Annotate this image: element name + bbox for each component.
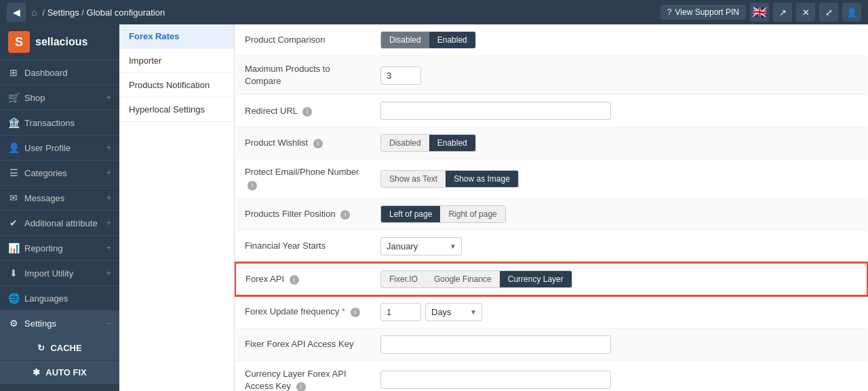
- sub-sidebar: Forex Rates Importer Products Notificati…: [119, 24, 235, 391]
- expand-button[interactable]: ⤢: [819, 3, 838, 22]
- sub-sidebar-item-importer[interactable]: Importer: [119, 49, 234, 73]
- toggle-show-text-button[interactable]: Show as Text: [381, 171, 446, 187]
- sidebar-item-settings[interactable]: ⚙ Settings −: [0, 311, 119, 336]
- toggle-enabled-button[interactable]: Enabled: [429, 135, 475, 151]
- autofix-button[interactable]: ✱ AUTO FIX: [0, 361, 119, 385]
- table-row: Redirect URL i: [235, 95, 867, 127]
- table-row: Maximum Products to Compare: [235, 56, 867, 95]
- user-button[interactable]: 👤: [842, 3, 861, 22]
- plus-icon: +: [106, 143, 111, 152]
- row-control: Disabled Enabled: [371, 127, 867, 159]
- external-link-button[interactable]: ↗: [773, 3, 792, 22]
- sidebar-item-transactions[interactable]: 🏦 Transactions: [0, 110, 119, 136]
- toggle-enabled-button[interactable]: Enabled: [429, 32, 475, 48]
- topbar: ◀ ⌂ / Settings / Global configuration ? …: [0, 0, 868, 24]
- protect-email-toggle: Show as Text Show as Image: [380, 170, 519, 188]
- documentation-label[interactable]: DOCUMENTATION: [0, 385, 119, 391]
- sidebar-item-reporting[interactable]: 📊 Reporting +: [0, 236, 119, 261]
- sidebar-item-categories[interactable]: ☰ Categories +: [0, 161, 119, 186]
- frequency-unit-select[interactable]: Days Hours Minutes: [425, 303, 482, 321]
- toggle-fixer-button[interactable]: Fixer.IO: [381, 271, 426, 287]
- cache-button[interactable]: ↻ CACHE: [0, 336, 119, 361]
- flag-button[interactable]: 🇬🇧: [750, 3, 769, 22]
- toggle-right-button[interactable]: Right of page: [440, 206, 505, 222]
- sidebar-item-additional-attribute[interactable]: ✔ Additional attribute +: [0, 211, 119, 236]
- transactions-icon: 🏦: [8, 117, 19, 128]
- close-button[interactable]: ✕: [796, 3, 815, 22]
- toggle-google-finance-button[interactable]: Google Finance: [426, 271, 500, 287]
- currency-layer-api-key-input[interactable]: [380, 371, 611, 389]
- row-label: Product Wishlist i: [235, 127, 371, 159]
- sub-sidebar-item-hyperlocal-settings[interactable]: Hyperlocal Settings: [119, 98, 234, 122]
- shop-icon: 🛒: [8, 92, 19, 103]
- row-label: Forex API i: [235, 263, 371, 295]
- sidebar-item-label: Messages: [24, 193, 64, 203]
- sub-sidebar-item-products-notification[interactable]: Products Notification: [119, 73, 234, 98]
- toggle-currency-layer-button[interactable]: Currency Layer: [500, 271, 572, 287]
- toggle-disabled-button[interactable]: Disabled: [381, 135, 429, 151]
- user-profile-icon: 👤: [8, 142, 19, 153]
- max-products-input[interactable]: [380, 66, 421, 85]
- info-icon[interactable]: i: [340, 210, 350, 220]
- sidebar-item-label: Settings: [24, 318, 56, 329]
- sidebar-item-label: Languages: [24, 293, 68, 304]
- dashboard-icon: ⊞: [8, 67, 19, 78]
- main-layout: S sellacious ⊞ Dashboard 🛒 Shop + 🏦 Tran…: [0, 24, 868, 391]
- logo-letter: S: [15, 35, 23, 49]
- main-panel: Product Comparison Disabled Enabled Ma: [235, 24, 868, 391]
- flag-icon: 🇬🇧: [752, 5, 767, 20]
- row-label: Financial Year Starts: [235, 230, 371, 263]
- categories-icon: ☰: [8, 167, 19, 178]
- sub-sidebar-item-forex-rates[interactable]: Forex Rates: [119, 24, 234, 49]
- sub-sidebar-item-label: Products Notification: [129, 80, 210, 90]
- back-button[interactable]: ◀: [7, 3, 26, 22]
- info-icon[interactable]: i: [351, 308, 360, 317]
- additional-attribute-icon: ✔: [8, 218, 19, 228]
- row-control: Days Hours Minutes: [371, 295, 867, 329]
- info-icon[interactable]: i: [290, 275, 299, 285]
- breadcrumb-settings[interactable]: Settings: [47, 7, 79, 18]
- sub-sidebar-item-label: Forex Rates: [129, 31, 179, 41]
- toggle-disabled-button[interactable]: Disabled: [381, 32, 429, 48]
- redirect-url-input[interactable]: [380, 102, 611, 120]
- sidebar-item-languages[interactable]: 🌐 Languages: [0, 286, 119, 311]
- sidebar-bottom: ↻ CACHE ✱ AUTO FIX DOCUMENTATION SUPPORT: [0, 336, 119, 391]
- sub-sidebar-item-label: Hyperlocal Settings: [129, 104, 205, 115]
- sidebar-item-user-profile[interactable]: 👤 User Profile +: [0, 136, 119, 161]
- product-wishlist-toggle: Disabled Enabled: [380, 134, 476, 152]
- sidebar-item-dashboard[interactable]: ⊞ Dashboard: [0, 60, 119, 85]
- breadcrumb-page: Global configuration: [87, 7, 165, 18]
- cache-label: CACHE: [50, 343, 81, 353]
- table-row: Financial Year Starts January February M…: [235, 230, 867, 263]
- autofix-icon: ✱: [33, 367, 40, 377]
- info-icon[interactable]: i: [313, 139, 323, 148]
- info-icon[interactable]: i: [248, 181, 257, 190]
- sidebar-item-import-utility[interactable]: ⬇ Import Utility +: [0, 261, 119, 286]
- toggle-left-button[interactable]: Left of page: [381, 206, 440, 222]
- messages-icon: ✉: [8, 192, 19, 203]
- support-pin-label: View Support PIN: [675, 7, 740, 17]
- cache-icon: ↻: [37, 343, 45, 353]
- financial-year-select[interactable]: January February March April: [380, 237, 462, 255]
- filter-position-toggle: Left of page Right of page: [380, 205, 506, 223]
- sidebar-item-label: Categories: [24, 168, 67, 178]
- row-control: [371, 328, 867, 361]
- frequency-value-input[interactable]: [380, 303, 421, 321]
- row-control: [371, 361, 867, 391]
- row-label: Protect Email/Phone Number i: [235, 159, 371, 198]
- settings-table: Product Comparison Disabled Enabled Ma: [235, 24, 868, 391]
- info-icon[interactable]: i: [302, 107, 312, 117]
- info-icon[interactable]: i: [296, 382, 306, 391]
- sidebar-item-shop[interactable]: 🛒 Shop +: [0, 85, 119, 110]
- row-label: Currency Layer Forex API Access Key i: [235, 361, 371, 391]
- row-label: Redirect URL i: [235, 95, 371, 127]
- breadcrumb: / Settings / Global configuration: [42, 7, 165, 18]
- plus-icon: +: [106, 193, 111, 203]
- row-control: January February March April: [371, 230, 867, 263]
- fixer-api-key-input[interactable]: [380, 335, 611, 354]
- toggle-show-image-button[interactable]: Show as Image: [446, 171, 518, 187]
- sidebar-item-messages[interactable]: ✉ Messages +: [0, 186, 119, 211]
- support-pin-button[interactable]: ? View Support PIN: [660, 5, 746, 20]
- home-icon[interactable]: ⌂: [31, 7, 37, 18]
- plus-icon: +: [106, 243, 111, 253]
